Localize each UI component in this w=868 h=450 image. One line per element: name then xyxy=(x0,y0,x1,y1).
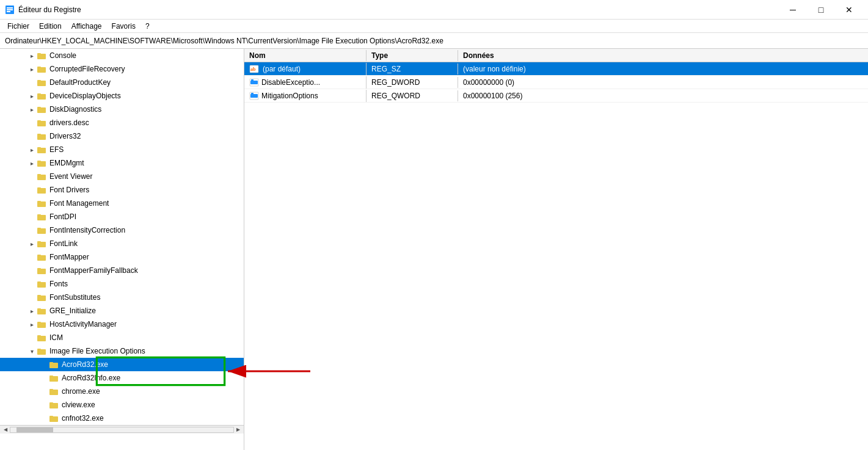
expand-button[interactable] xyxy=(27,266,37,275)
address-bar: Ordinateur\HKEY_LOCAL_MACHINE\SOFTWARE\M… xyxy=(0,33,868,49)
expand-button[interactable]: ▸ xyxy=(27,51,37,60)
expand-button[interactable]: ▾ xyxy=(27,346,37,356)
expand-button[interactable] xyxy=(27,131,37,141)
expand-button[interactable] xyxy=(27,279,37,289)
svg-rect-51 xyxy=(49,362,53,363)
tree-item-gre_initialize[interactable]: ▸ GRE_Initialize xyxy=(0,304,244,318)
expand-button[interactable] xyxy=(27,225,37,235)
svg-rect-57 xyxy=(49,402,53,404)
minimize-button[interactable]: ─ xyxy=(779,0,807,20)
expand-button[interactable] xyxy=(39,360,49,369)
svg-rect-48 xyxy=(37,349,46,355)
expand-button[interactable]: ▸ xyxy=(27,306,37,316)
tree-item-efs[interactable]: ▸ EFS xyxy=(0,143,244,156)
window-controls[interactable]: ─ □ ✕ xyxy=(779,0,863,20)
maximize-button[interactable]: □ xyxy=(807,0,835,20)
expand-button[interactable]: ▸ xyxy=(27,91,37,101)
svg-rect-46 xyxy=(37,336,46,341)
header-donnees: Données xyxy=(458,50,868,61)
hscroll-right-arrow[interactable]: ▶ xyxy=(234,427,243,433)
value-row-default[interactable]: ab (par défaut)REG_SZ(valeur non définie… xyxy=(244,62,868,76)
svg-rect-21 xyxy=(37,161,41,162)
svg-rect-42 xyxy=(37,309,46,314)
folder-icon xyxy=(37,78,46,87)
menu-favoris[interactable]: Favoris xyxy=(107,21,140,32)
expand-button[interactable] xyxy=(27,78,37,87)
value-row-disableexceptions[interactable]: DisableExceptio...REG_DWORD0x00000000 (0… xyxy=(244,76,868,89)
value-row-mitigationoptions[interactable]: MitigationOptionsREG_QWORD0x00000100 (25… xyxy=(244,89,868,103)
menu-bar: Fichier Edition Affichage Favoris ? xyxy=(0,20,868,33)
hscroll-thumb[interactable] xyxy=(16,427,53,432)
expand-button[interactable]: ▸ xyxy=(27,64,37,74)
tree-item-label: FontMapperFamilyFallback xyxy=(48,266,138,275)
expand-button[interactable] xyxy=(27,198,37,208)
tree-item-drivers32[interactable]: Drivers32 xyxy=(0,129,244,143)
hscroll-left-arrow[interactable]: ◀ xyxy=(1,427,10,433)
tree-item-label: Console xyxy=(48,51,76,60)
expand-button[interactable]: ▸ xyxy=(27,104,37,114)
tree-item-acrord32exe[interactable]: AcroRd32.exe xyxy=(0,358,244,371)
folder-icon xyxy=(37,51,46,60)
tree-horizontal-scrollbar[interactable]: ◀ ▶ xyxy=(0,425,244,434)
tree-item-imagefileexecutionoptions[interactable]: ▾ Image File Execution Options xyxy=(0,344,244,358)
tree-item-console[interactable]: ▸ Console xyxy=(0,49,244,62)
hscroll-track[interactable] xyxy=(10,427,234,433)
expand-button[interactable]: ▸ xyxy=(27,145,37,154)
expand-button[interactable]: ▸ xyxy=(27,158,37,168)
folder-icon xyxy=(37,198,46,208)
tree-item-fontmanagement[interactable]: Font Management xyxy=(0,197,244,210)
expand-button[interactable] xyxy=(39,400,49,410)
tree-item-fontlink[interactable]: ▸ FontLink xyxy=(0,237,244,250)
expand-button[interactable] xyxy=(39,413,49,423)
tree-item-chromeexe[interactable]: chrome.exe xyxy=(0,385,244,398)
expand-button[interactable] xyxy=(27,292,37,302)
tree-item-fontdpi[interactable]: FontDPI xyxy=(0,210,244,223)
expand-button[interactable]: ▸ xyxy=(27,319,37,329)
svg-rect-36 xyxy=(37,269,46,274)
expand-button[interactable] xyxy=(39,373,49,383)
menu-fichier[interactable]: Fichier xyxy=(2,21,34,32)
tree-item-label: clview.exe xyxy=(60,401,95,409)
tree-item-fontmapper[interactable]: FontMapper xyxy=(0,250,244,264)
menu-affichage[interactable]: Affichage xyxy=(67,21,107,32)
expand-button[interactable] xyxy=(39,386,49,396)
svg-rect-38 xyxy=(37,282,46,288)
svg-rect-5 xyxy=(37,53,41,54)
expand-button[interactable] xyxy=(27,252,37,262)
value-data-cell: 0x00000100 (256) xyxy=(458,90,868,101)
svg-rect-30 xyxy=(37,228,46,234)
menu-help[interactable]: ? xyxy=(140,21,155,32)
tree-item-corruptedfilerecovery[interactable]: ▸ CorruptedFileRecovery xyxy=(0,62,244,76)
svg-rect-37 xyxy=(37,268,41,269)
tree-item-drivers.desc[interactable]: drivers.desc xyxy=(0,116,244,129)
expand-button[interactable] xyxy=(27,172,37,181)
svg-rect-56 xyxy=(49,403,58,408)
tree-item-fontsubstitutes[interactable]: FontSubstitutes xyxy=(0,291,244,304)
close-button[interactable]: ✕ xyxy=(835,0,863,20)
tree-item-emdmgmt[interactable]: ▸ EMDMgmt xyxy=(0,156,244,170)
folder-icon xyxy=(49,400,59,410)
tree-item-label: chrome.exe xyxy=(60,387,100,396)
folder-icon xyxy=(37,306,46,316)
tree-item-cnfnot32exe[interactable]: cnfnot32.exe xyxy=(0,412,244,425)
expand-button[interactable] xyxy=(27,185,37,195)
tree-item-diskdiagnostics[interactable]: ▸ DiskDiagnostics xyxy=(0,103,244,116)
tree-item-hostactivitymanager[interactable]: ▸ HostActivityManager xyxy=(0,318,244,331)
expand-button[interactable] xyxy=(27,212,37,222)
tree-item-fontdrivers[interactable]: Font Drivers xyxy=(0,183,244,197)
tree-item-icm[interactable]: ICM xyxy=(0,331,244,344)
tree-scroll[interactable]: ▸ Console▸ CorruptedFileRecovery Default… xyxy=(0,49,244,425)
tree-item-defaultproductkey[interactable]: DefaultProductKey xyxy=(0,76,244,89)
expand-button[interactable] xyxy=(27,118,37,128)
expand-button[interactable] xyxy=(27,333,37,343)
expand-button[interactable]: ▸ xyxy=(27,239,37,249)
tree-item-fonts[interactable]: Fonts xyxy=(0,277,244,291)
tree-item-clviewexe[interactable]: clview.exe xyxy=(0,398,244,412)
tree-item-acrord32infoexe[interactable]: AcroRd32Info.exe xyxy=(0,371,244,385)
tree-item-devicedisplayobjects[interactable]: ▸ DeviceDisplayObjects xyxy=(0,89,244,103)
tree-item-eventviewer[interactable]: Event Viewer xyxy=(0,170,244,183)
tree-item-fontmapperfamilyfallback[interactable]: FontMapperFamilyFallback xyxy=(0,264,244,277)
menu-edition[interactable]: Edition xyxy=(34,21,67,32)
tree-item-fontintensitycorrection[interactable]: FontIntensityCorrection xyxy=(0,223,244,237)
folder-icon xyxy=(37,292,46,302)
